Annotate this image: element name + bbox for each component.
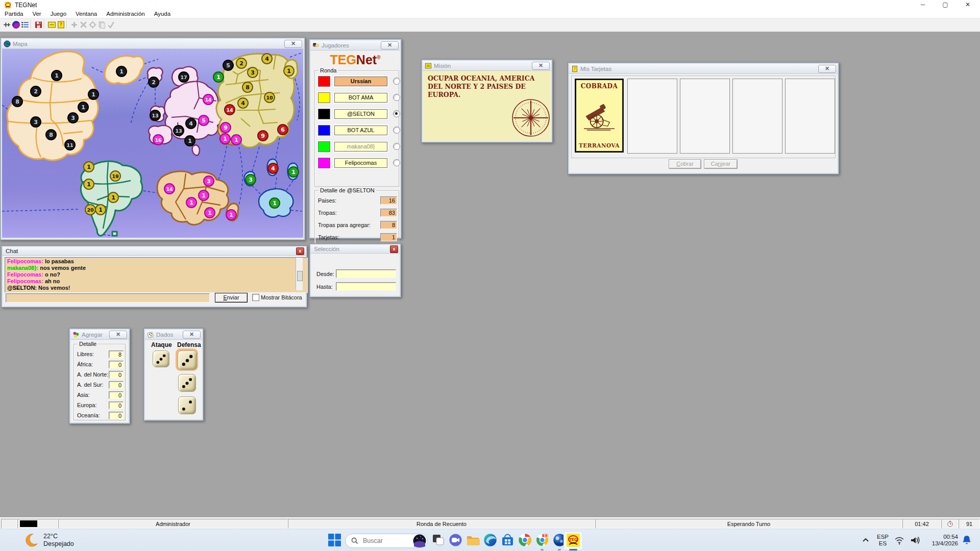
save-icon[interactable] <box>34 20 43 30</box>
player-radio[interactable] <box>393 127 400 134</box>
army-marker[interactable]: 1 <box>52 70 62 81</box>
map-canvas[interactable]: 1281113381121713413151451691114311112438… <box>2 49 303 238</box>
dice-titlebar[interactable]: Dados ✕ <box>145 330 202 340</box>
chat-send-button[interactable]: Enviar <box>215 293 248 303</box>
chat-app-icon[interactable] <box>449 533 462 547</box>
store-icon[interactable] <box>501 533 514 547</box>
menu-partida[interactable]: Partida <box>0 10 28 18</box>
chat-scrollbar[interactable] <box>296 258 303 290</box>
army-marker[interactable]: 2 <box>31 86 41 96</box>
player-radio[interactable] <box>393 78 400 85</box>
edge-icon[interactable] <box>483 533 497 547</box>
chat-scrollbar-thumb[interactable] <box>297 271 303 281</box>
army-marker[interactable]: 8 <box>12 96 22 107</box>
army-marker[interactable]: 3 <box>248 67 258 78</box>
army-marker[interactable]: 1 <box>185 136 195 146</box>
army-marker[interactable]: 19 <box>110 171 120 181</box>
army-marker[interactable]: 1 <box>205 208 215 218</box>
army-marker[interactable]: 8 <box>46 130 56 140</box>
army-marker[interactable]: 3 <box>204 176 214 186</box>
maximize-button[interactable]: ▢ <box>934 0 957 10</box>
army-marker[interactable]: 6 <box>278 124 288 135</box>
close-button[interactable]: ✕ <box>957 0 979 10</box>
selection-titlebar[interactable]: Selección x <box>311 245 400 254</box>
player-row[interactable]: makana08} <box>318 141 400 152</box>
army-marker[interactable]: 14 <box>164 184 175 194</box>
army-marker[interactable]: 8 <box>242 82 253 92</box>
dice-close-icon[interactable]: ✕ <box>183 331 201 339</box>
army-marker[interactable]: 1 <box>108 192 118 203</box>
player-radio[interactable] <box>393 143 400 150</box>
army-marker[interactable]: 1 <box>284 66 294 76</box>
menu-administracion[interactable]: Administración <box>102 10 149 18</box>
connect-icon[interactable] <box>2 20 12 30</box>
player-row[interactable]: @SELTON <box>318 108 400 119</box>
cards-close-icon[interactable]: ✕ <box>818 65 836 73</box>
army-marker[interactable]: 3 <box>68 113 78 123</box>
teg-card[interactable]: COBRADA TERRANOVA <box>575 79 624 153</box>
army-marker[interactable]: 1 <box>84 162 94 172</box>
army-marker[interactable]: 1 <box>88 89 99 99</box>
army-marker[interactable]: 20 <box>85 205 95 215</box>
army-marker[interactable]: 3 <box>246 174 256 185</box>
map-titlebar[interactable]: Mapa ✕ <box>2 39 304 49</box>
player-radio[interactable] <box>393 110 400 117</box>
tray-language[interactable]: ESPES <box>877 533 889 548</box>
army-marker[interactable]: 16 <box>153 135 163 145</box>
army-marker[interactable]: 5 <box>199 115 209 126</box>
volume-icon[interactable] <box>910 533 921 548</box>
canjear-button[interactable]: Canjear <box>704 159 738 169</box>
army-marker[interactable]: 10 <box>264 92 275 103</box>
list-icon[interactable] <box>20 20 30 30</box>
add-close-icon[interactable]: ✕ <box>109 331 127 339</box>
selection-close-icon[interactable]: x <box>390 245 398 253</box>
minimize-button[interactable]: ─ <box>912 0 934 10</box>
task-view-icon[interactable] <box>431 533 445 547</box>
map-close-icon[interactable]: ✕ <box>284 40 302 48</box>
army-marker[interactable]: 4 <box>238 98 248 108</box>
chrome-icon[interactable] <box>518 533 532 547</box>
army-marker[interactable]: 1 <box>288 167 299 177</box>
to-input[interactable] <box>336 282 396 291</box>
player-radio[interactable] <box>393 94 400 101</box>
army-marker[interactable]: 1 <box>78 102 88 112</box>
chrome-beta-icon[interactable] <box>535 533 549 547</box>
chat-close-icon[interactable]: x <box>296 247 304 255</box>
start-button[interactable] <box>328 533 341 547</box>
army-marker[interactable]: 14 <box>225 105 235 115</box>
notification-bell-icon[interactable] <box>962 533 972 548</box>
army-marker[interactable]: 1 <box>186 197 197 208</box>
army-marker[interactable]: 1 <box>116 66 127 77</box>
army-marker[interactable]: 1 <box>231 135 241 145</box>
army-marker[interactable]: 1 <box>84 179 94 189</box>
player-radio[interactable] <box>393 159 400 166</box>
army-marker[interactable]: 1 <box>226 210 236 220</box>
army-marker[interactable]: 3 <box>31 117 41 127</box>
add-titlebar[interactable]: Agregar ✕ <box>70 330 129 340</box>
army-marker[interactable]: 14 <box>203 94 213 105</box>
army-marker[interactable]: 1 <box>213 72 224 82</box>
search-highlight-image[interactable] <box>413 534 426 547</box>
cards-titlebar[interactable]: ? Mis Tarjetas ✕ <box>569 64 838 74</box>
cobrar-button[interactable]: Cobrar <box>669 159 701 169</box>
show-log-checkbox[interactable] <box>252 294 259 301</box>
army-marker[interactable]: 13 <box>150 110 160 120</box>
army-marker[interactable]: 2 <box>149 77 159 87</box>
army-marker[interactable]: 13 <box>174 126 184 136</box>
menu-ventana[interactable]: Ventana <box>71 10 102 18</box>
tray-clock[interactable]: 00:54 13/4/2026 <box>926 533 958 548</box>
player-row[interactable]: Felipocomas <box>318 157 400 168</box>
file-explorer-icon[interactable] <box>466 533 480 547</box>
player-row[interactable]: BOT AZUL <box>318 124 400 136</box>
player-row[interactable]: Urssian <box>318 76 400 87</box>
search-input[interactable] <box>362 537 411 545</box>
weather-widget[interactable]: 22°C Despejado <box>23 533 74 548</box>
army-marker[interactable]: 4 <box>262 54 272 64</box>
tray-chevron-icon[interactable] <box>862 533 870 548</box>
chat-messages[interactable]: Felipocomas: lo pasabasmakana08}: nos ve… <box>5 257 308 293</box>
army-marker[interactable]: 2 <box>236 58 247 68</box>
help-cards-icon[interactable]: ? <box>56 20 66 30</box>
army-marker[interactable]: 1 <box>95 205 106 215</box>
wifi-icon[interactable] <box>894 533 904 548</box>
chat-input[interactable] <box>6 293 210 303</box>
